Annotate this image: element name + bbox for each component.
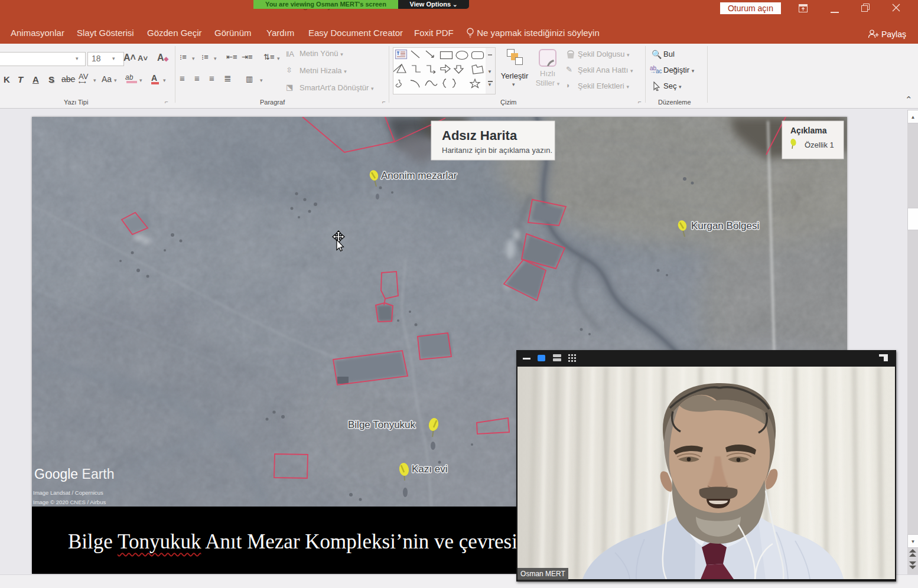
svg-text:Anonim mezarlar: Anonim mezarlar	[381, 170, 457, 181]
svg-text:Adsız Harita: Adsız Harita	[442, 128, 517, 143]
svg-text:Haritanız için bir açıklama ya: Haritanız için bir açıklama yazın.	[442, 146, 552, 155]
svg-text:Google Earth: Google Earth	[34, 466, 115, 482]
svg-text:Kazı evi: Kazı evi	[412, 463, 447, 475]
svg-text:Image Landsat / Copernicus: Image Landsat / Copernicus	[33, 489, 103, 496]
svg-text:Özellik 1: Özellik 1	[805, 141, 834, 149]
svg-text:Bilge Tonyukuk: Bilge Tonyukuk	[348, 419, 416, 430]
svg-text:Kurgan Bölgesi: Kurgan Bölgesi	[691, 220, 759, 231]
svg-text:Image © 2020 CNES / Airbus: Image © 2020 CNES / Airbus	[33, 499, 106, 505]
svg-text:Açıklama: Açıklama	[790, 126, 827, 135]
